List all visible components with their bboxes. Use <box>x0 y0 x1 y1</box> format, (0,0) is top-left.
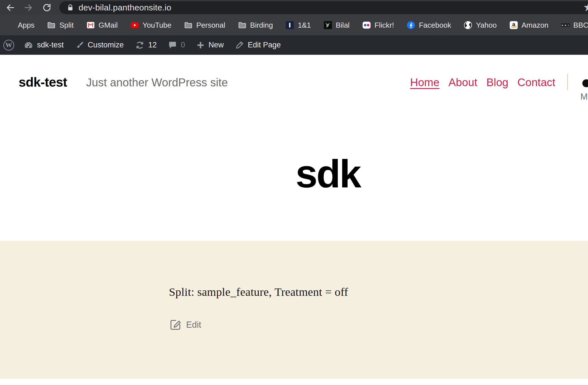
bookmark-gmail[interactable]: GMail <box>86 21 118 30</box>
svg-text:B: B <box>562 24 563 27</box>
bookmark-label: Birding <box>250 21 273 30</box>
admin-site-label: sdk-test <box>37 41 64 49</box>
split-feature-text: Split: sample_feature, Treatment = off <box>169 285 348 299</box>
admin-site-name[interactable]: sdk-test <box>24 40 64 50</box>
bookmark-personal[interactable]: Personal <box>184 21 225 30</box>
bookmark-label: Facebook <box>419 21 451 30</box>
bookmark-apps[interactable]: Apps <box>6 21 34 30</box>
comments-icon <box>168 41 177 50</box>
admin-comments[interactable]: 0 <box>168 41 185 50</box>
admin-updates-count: 12 <box>148 41 157 49</box>
folder-icon <box>47 21 56 29</box>
bookmark-label: Flickr! <box>374 21 394 30</box>
customize-brush-icon <box>75 41 84 50</box>
apps-grid-icon <box>6 21 14 29</box>
nav-contact[interactable]: Contact <box>517 76 555 89</box>
edit-post-icon <box>169 319 181 331</box>
youtube-icon <box>130 21 139 29</box>
bookmark-split[interactable]: Split <box>47 21 74 30</box>
url-text[interactable]: dev-bilal.pantheonsite.io <box>79 3 171 12</box>
bookmark-bbc[interactable]: BBC BBC <box>561 21 588 30</box>
back-icon <box>6 3 15 12</box>
bbc-icon: BBC <box>561 21 570 29</box>
folder-icon <box>184 21 193 29</box>
bookmark-yahoo[interactable]: Yahoo <box>464 21 496 30</box>
lock-icon[interactable] <box>67 4 74 11</box>
hummingbird-icon <box>324 21 332 29</box>
bookmark-label: Apps <box>18 21 34 30</box>
edit-link-label: Edit <box>186 320 201 330</box>
primary-nav: Home About Blog Contact <box>410 76 555 89</box>
forward-button[interactable] <box>23 3 33 13</box>
amazon-icon: a <box>509 21 518 29</box>
bookmark-bilal[interactable]: Bilal <box>324 21 350 30</box>
folder-icon <box>238 21 247 29</box>
reload-button[interactable] <box>42 3 52 13</box>
flickr-icon <box>362 21 371 29</box>
bookmark-label: Personal <box>196 21 225 30</box>
gmail-icon <box>86 21 95 29</box>
bookmark-star-icon[interactable]: ★ <box>583 0 588 14</box>
edit-pencil-icon <box>235 41 244 50</box>
forward-icon <box>23 3 33 12</box>
site-tagline: Just another WordPress site <box>86 76 228 89</box>
bookmark-label: BBC <box>573 21 588 30</box>
bookmark-1and1[interactable]: 1&1 <box>286 21 311 30</box>
site-logo-sdk[interactable]: sdk <box>295 154 360 194</box>
bookmark-label: GMail <box>99 21 118 30</box>
updates-icon <box>135 40 145 50</box>
reload-icon <box>42 3 52 12</box>
nav-blog[interactable]: Blog <box>486 76 508 89</box>
bookmark-youtube[interactable]: YouTube <box>130 21 171 30</box>
clipped-menu-label: M <box>580 92 588 102</box>
edit-post-link[interactable]: Edit <box>169 319 201 331</box>
admin-edit-page[interactable]: Edit Page <box>235 41 281 50</box>
admin-customize[interactable]: Customize <box>75 41 124 50</box>
bookmark-label: 1&1 <box>298 21 311 30</box>
dashboard-gauge-icon <box>24 40 33 50</box>
bookmark-label: Bilal <box>336 21 350 30</box>
nav-about[interactable]: About <box>448 76 477 89</box>
admin-customize-label: Customize <box>88 41 124 49</box>
plus-icon <box>196 41 205 49</box>
back-button[interactable] <box>5 3 16 13</box>
bookmark-label: Yahoo <box>476 21 496 30</box>
admin-new[interactable]: New <box>196 41 224 49</box>
nav-home[interactable]: Home <box>410 76 439 89</box>
svg-text:C: C <box>568 24 569 27</box>
bookmark-flickr[interactable]: Flickr! <box>362 21 394 30</box>
admin-comments-count: 0 <box>181 41 185 49</box>
header-divider <box>567 74 568 90</box>
wp-admin-bar: W sdk-test Customize 12 0 New Edit Page <box>0 35 588 55</box>
yahoo-globe-icon <box>464 21 472 29</box>
bookmarks-bar: Apps Split GMail YouTube Personal Birdin… <box>0 15 588 35</box>
admin-updates[interactable]: 12 <box>135 40 157 50</box>
bookmark-label: YouTube <box>143 21 171 30</box>
admin-edit-page-label: Edit Page <box>248 41 281 49</box>
menu-dot-icon[interactable] <box>582 79 588 87</box>
facebook-icon <box>407 21 415 29</box>
bookmark-birding[interactable]: Birding <box>238 21 273 30</box>
site-title[interactable]: sdk-test <box>19 75 67 90</box>
svg-text:a: a <box>512 21 515 27</box>
oneandone-icon <box>286 21 294 29</box>
wordpress-logo-icon[interactable]: W <box>3 40 14 51</box>
svg-text:B: B <box>565 24 566 27</box>
bookmark-label: Split <box>59 21 74 30</box>
browser-toolbar: dev-bilal.pantheonsite.io ★ <box>0 0 588 15</box>
bookmark-label: Amazon <box>522 21 548 30</box>
feature-section <box>0 241 588 379</box>
bookmark-facebook[interactable]: Facebook <box>407 21 451 30</box>
bookmark-amazon[interactable]: a Amazon <box>509 21 548 30</box>
address-bar[interactable]: dev-bilal.pantheonsite.io <box>59 1 588 14</box>
admin-new-label: New <box>208 41 224 49</box>
